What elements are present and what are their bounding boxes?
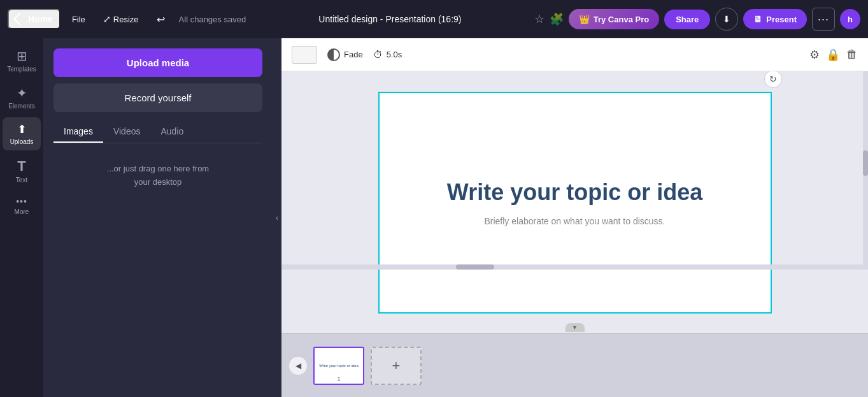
toolbar-right: ⚙ 🔒 🗑 xyxy=(809,48,858,62)
fade-button[interactable]: Fade xyxy=(327,48,363,61)
horizontal-scrollbar-thumb[interactable] xyxy=(456,264,494,270)
canvas-area: Fade ⏱ 5.0s ⚙ 🔒 🗑 ↻ Writ xyxy=(281,38,868,397)
main-layout: ⊞ Templates ✦ Elements ⬆ Uploads T Text … xyxy=(0,38,868,397)
templates-icon: ⊞ xyxy=(17,48,27,64)
resize-label: Resize xyxy=(113,15,139,24)
share-button[interactable]: Share xyxy=(664,10,710,29)
resize-icon: ⤢ xyxy=(103,14,111,24)
trash-icon-button[interactable]: 🗑 xyxy=(846,48,858,61)
topbar-left: Home File ⤢ Resize ↩ All changes saved xyxy=(8,9,246,29)
uploads-label: Uploads xyxy=(10,138,34,145)
try-canva-pro-label: Try Canva Pro xyxy=(594,15,649,24)
sidebar-item-elements[interactable]: ✦ Elements xyxy=(3,80,41,115)
collapse-bottom-icon: ▼ xyxy=(572,324,578,331)
sidebar-item-uploads[interactable]: ⬆ Uploads xyxy=(3,117,41,150)
rotate-handle[interactable]: ↻ xyxy=(764,71,782,88)
sidebar-item-templates[interactable]: ⊞ Templates xyxy=(3,43,41,78)
undo-button[interactable]: ↩ xyxy=(150,10,171,29)
lock-icon: 🔒 xyxy=(826,48,840,61)
slide-subtitle-text[interactable]: Briefly elaborate on what you want to di… xyxy=(484,216,665,226)
drag-hint-text: ...or just drag one here fromyour deskto… xyxy=(53,162,262,189)
lock-icon-button[interactable]: 🔒 xyxy=(826,48,840,62)
add-slide-icon: + xyxy=(392,357,401,374)
vertical-scrollbar-thumb[interactable] xyxy=(863,150,868,176)
resize-button[interactable]: ⤢ Resize xyxy=(97,10,145,28)
upload-panel: Upload media Record yourself Images Vide… xyxy=(43,38,273,397)
record-yourself-button[interactable]: Record yourself xyxy=(53,83,262,112)
download-button[interactable]: ⬇ xyxy=(715,8,738,31)
undo-icon: ↩ xyxy=(157,13,165,25)
present-label: Present xyxy=(766,15,797,24)
present-button[interactable]: 🖥 Present xyxy=(743,9,807,29)
tab-audio[interactable]: Audio xyxy=(150,121,194,143)
settings-icon: ⚙ xyxy=(809,48,820,61)
filmstrip-collapse-handle[interactable]: ▼ xyxy=(566,323,585,332)
sidebar-item-text[interactable]: T Text xyxy=(3,153,41,189)
trash-icon: 🗑 xyxy=(846,48,858,61)
filmstrip-slide-1-text: Write your topic or idea xyxy=(318,363,360,369)
elements-label: Elements xyxy=(8,103,35,110)
text-label: Text xyxy=(16,177,27,184)
topbar: Home File ⤢ Resize ↩ All changes saved U… xyxy=(0,0,868,38)
slide-number: 1 xyxy=(337,376,340,382)
uploads-icon: ⬆ xyxy=(17,122,27,136)
star-button[interactable]: ☆ xyxy=(534,12,544,26)
horizontal-scrollbar[interactable] xyxy=(281,264,863,270)
settings-icon-button[interactable]: ⚙ xyxy=(809,48,820,62)
topbar-right: ☆ 🧩 👑 Try Canva Pro Share ⬇ 🖥 Present ··… xyxy=(534,8,860,31)
extensions-button[interactable]: 🧩 xyxy=(550,12,564,26)
sidebar-icons: ⊞ Templates ✦ Elements ⬆ Uploads T Text … xyxy=(0,38,43,397)
slide-canvas[interactable]: ↻ Write your topic or idea Briefly elabo… xyxy=(378,92,772,314)
media-tabs: Images Videos Audio xyxy=(53,121,262,143)
topbar-center: Untitled design - Presentation (16:9) xyxy=(251,14,529,24)
time-button[interactable]: ⏱ 5.0s xyxy=(373,49,402,60)
elements-icon: ✦ xyxy=(17,85,27,101)
avatar-button[interactable]: h xyxy=(840,9,860,29)
clock-icon: ⏱ xyxy=(373,49,383,60)
filmstrip: ◀ Write your topic or idea 1 + xyxy=(281,333,868,397)
panel-collapse-handle[interactable]: ‹ xyxy=(273,38,281,397)
vertical-scrollbar[interactable] xyxy=(863,71,868,270)
collapse-arrow-icon: ‹ xyxy=(276,213,278,222)
slide-thumbnail-preview[interactable] xyxy=(292,46,317,64)
filmstrip-slide-1[interactable]: Write your topic or idea 1 xyxy=(313,347,364,385)
design-title: Untitled design - Presentation (16:9) xyxy=(318,14,461,24)
download-icon: ⬇ xyxy=(723,14,730,24)
sidebar-item-more[interactable]: ••• More xyxy=(3,191,41,220)
templates-label: Templates xyxy=(7,66,36,73)
fade-icon xyxy=(327,48,340,61)
all-changes-saved-text: All changes saved xyxy=(179,15,246,24)
monitor-icon: 🖥 xyxy=(753,14,762,24)
time-label: 5.0s xyxy=(387,50,402,59)
slide-title-text[interactable]: Write your topic or idea xyxy=(447,179,702,206)
fade-label: Fade xyxy=(344,50,363,59)
canvas-viewport[interactable]: ↻ Write your topic or idea Briefly elabo… xyxy=(281,71,868,333)
try-canva-pro-button[interactable]: 👑 Try Canva Pro xyxy=(569,9,659,29)
tab-images[interactable]: Images xyxy=(53,121,103,143)
chevron-left-icon xyxy=(13,13,26,25)
home-label: Home xyxy=(28,14,53,24)
add-slide-button[interactable]: + xyxy=(371,347,422,385)
upload-media-button[interactable]: Upload media xyxy=(53,48,262,77)
home-button[interactable]: Home xyxy=(8,9,60,29)
more-icon: ••• xyxy=(16,196,27,206)
more-options-button[interactable]: ··· xyxy=(812,8,835,31)
file-menu-button[interactable]: File xyxy=(66,11,92,28)
tab-videos[interactable]: Videos xyxy=(103,121,151,143)
more-label: More xyxy=(15,208,29,215)
canvas-toolbar: Fade ⏱ 5.0s ⚙ 🔒 🗑 xyxy=(281,38,868,71)
text-icon: T xyxy=(17,158,25,175)
filmstrip-left-arrow[interactable]: ◀ xyxy=(289,357,307,375)
crown-icon: 👑 xyxy=(579,14,590,24)
